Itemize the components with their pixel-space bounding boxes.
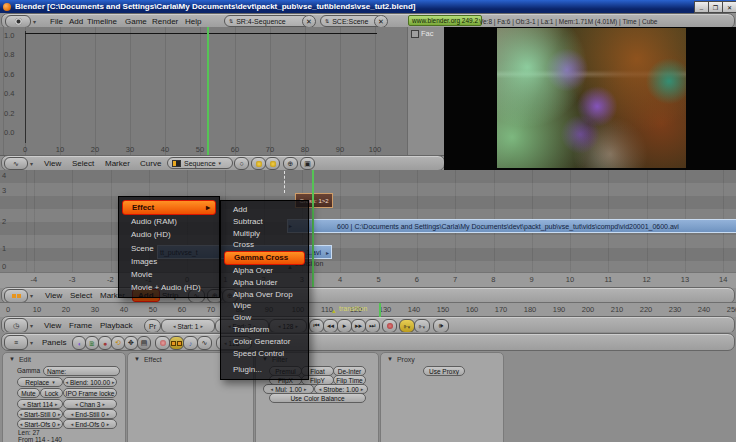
ipo-channel-label[interactable]: Fac xyxy=(421,29,434,38)
menu-item-scene[interactable]: Scene xyxy=(119,242,219,255)
ipo-zoom-icon[interactable]: ⊕ xyxy=(283,157,298,170)
subcontext-sound-icon[interactable]: ∿ xyxy=(197,336,212,350)
title-bar[interactable]: Blender [C:\Documents and Settings\Carla… xyxy=(0,0,736,13)
ipo-menu-marker[interactable]: Marker xyxy=(105,159,130,168)
mute-button[interactable]: Mute xyxy=(17,388,40,398)
sequencer-area[interactable]: 4 3 2 1 0 ▸ 600 | C:\Documents and Setti… xyxy=(0,170,736,272)
ipo-clip-icon[interactable]: ▣ xyxy=(300,157,315,170)
close-button[interactable]: ✕ xyxy=(722,1,736,13)
tl-menu-view[interactable]: View xyxy=(44,321,61,330)
vse-ruler[interactable]: -4-3-2-101234567891011121314 xyxy=(0,272,736,288)
context-object-icon[interactable]: ⟲ xyxy=(111,336,125,350)
prev-key-icon[interactable]: ◂◂ xyxy=(323,319,338,333)
preview-window[interactable] xyxy=(444,27,736,170)
menu-item-transform[interactable]: Transform xyxy=(221,324,308,336)
scene-selector[interactable]: ⇅SCE:Scene xyxy=(320,15,382,27)
context-editing-icon[interactable]: ✥ xyxy=(124,336,138,350)
jump-end-icon[interactable]: ⏭ xyxy=(365,319,380,333)
menu-file[interactable]: File xyxy=(50,17,63,26)
start-field[interactable]: Start 114 xyxy=(17,399,63,409)
menu-item-images[interactable]: Images xyxy=(119,255,219,268)
minimize-button[interactable]: _ xyxy=(694,1,709,13)
menu-item-plugin[interactable]: Plugin... xyxy=(221,364,308,376)
menu-item-cross[interactable]: Cross xyxy=(221,239,308,251)
menu-item-gamma-cross[interactable]: Gamma Cross xyxy=(224,251,305,265)
menu-add[interactable]: Add xyxy=(69,17,83,26)
next-key-icon[interactable]: ▸▸ xyxy=(351,319,366,333)
panel-collapse-icon[interactable]: ▼ xyxy=(387,356,393,362)
ipo-paste-icon[interactable] xyxy=(265,157,280,170)
menu-item-add[interactable]: Add xyxy=(221,204,308,216)
timeline-playhead[interactable] xyxy=(379,303,381,317)
menu-item-movie-audio-hd[interactable]: Movie + Audio (HD) xyxy=(119,281,219,294)
start-ofs-field[interactable]: Start-Ofs 0 xyxy=(17,419,63,429)
end-ofs-field[interactable]: End-Ofs 0 xyxy=(63,419,117,429)
ipo-menu-curve[interactable]: Curve xyxy=(140,159,161,168)
start-still-field[interactable]: Start-Still 0 xyxy=(17,409,63,419)
menu-item-wipe[interactable]: Wipe xyxy=(221,300,308,312)
context-logic-icon[interactable]: ◖ xyxy=(72,336,86,350)
ipo-graph[interactable] xyxy=(0,27,407,156)
ipo-collapse-icon[interactable]: ▾ xyxy=(30,160,33,167)
subcontext-render-icon[interactable] xyxy=(155,336,170,350)
vse-menu-view[interactable]: View xyxy=(45,291,62,300)
context-scene-icon[interactable]: ▤ xyxy=(137,336,151,350)
ipo-window-type-icon[interactable]: ∿ xyxy=(4,157,28,170)
jump-start-icon[interactable]: ⏮ xyxy=(309,319,324,333)
header-collapse-icon[interactable]: ▾ xyxy=(33,18,36,25)
ipo-frame-locked-button[interactable]: IPO Frame locke xyxy=(63,388,117,398)
panel-collapse-icon[interactable]: ▼ xyxy=(134,356,140,362)
menu-timeline[interactable]: Timeline xyxy=(87,17,117,26)
timeline-marker-triangle[interactable]: ▲ xyxy=(331,308,337,314)
strip-right-handle[interactable]: ▸ xyxy=(326,249,329,256)
preview-range-button[interactable]: Pr xyxy=(144,319,161,333)
play-icon[interactable]: ▸ xyxy=(337,319,352,333)
menu-help[interactable]: Help xyxy=(185,17,201,26)
timeline-ruler[interactable]: ▲ transition 010203040506070809010011012… xyxy=(0,302,736,317)
menu-game[interactable]: Game xyxy=(125,17,147,26)
vse-window-type-icon[interactable] xyxy=(4,289,28,303)
lock-button[interactable]: Lock xyxy=(40,388,63,398)
ipo-menu-view[interactable]: View xyxy=(44,159,61,168)
menu-item-subtract[interactable]: Subtract xyxy=(221,216,308,228)
screen-selector[interactable]: ⇅SR:4-Sequence xyxy=(224,15,310,27)
panel-collapse-icon[interactable]: ▼ xyxy=(9,356,15,362)
audio-sync-icon[interactable]: 🕪 xyxy=(433,319,449,333)
tl-menu-playback[interactable]: Playback xyxy=(100,321,132,330)
menu-item-multiply[interactable]: Multiply xyxy=(221,228,308,240)
menu-item-alpha-over-drop[interactable]: Alpha Over Drop xyxy=(221,289,308,301)
record-icon[interactable] xyxy=(382,319,397,333)
buttons-window-type-icon[interactable]: ≡ xyxy=(4,335,28,350)
subcontext-anim-icon[interactable]: ♪ xyxy=(183,336,198,350)
menu-item-audio-ram[interactable]: Audio (RAM) xyxy=(119,215,219,228)
context-shading-icon[interactable]: ● xyxy=(98,336,112,350)
ipo-menu-select[interactable]: Select xyxy=(72,159,94,168)
start-frame-field[interactable]: Start: 1 xyxy=(161,319,215,333)
fac-curve[interactable] xyxy=(25,33,377,34)
ipo-copy-icon[interactable] xyxy=(251,157,266,170)
context-script-icon[interactable]: 🗎 xyxy=(85,336,99,350)
color-balance-button[interactable]: Use Color Balance xyxy=(269,393,366,403)
blend-slider[interactable]: Blend: 100.00 xyxy=(63,377,117,387)
subcontext-sequencer-icon[interactable] xyxy=(169,336,184,350)
movie-strip[interactable]: ▸ 600 | C:\Documents and Settings\Carla\… xyxy=(287,219,736,233)
menu-item-color-generator[interactable]: Color Generator xyxy=(221,336,308,348)
menu-item-speed-control[interactable]: Speed Control xyxy=(221,348,308,360)
vse-collapse-icon[interactable]: ▾ xyxy=(30,292,33,299)
menu-render[interactable]: Render xyxy=(152,17,178,26)
menu-item-glow[interactable]: Glow xyxy=(221,312,308,324)
blend-mode-dropdown[interactable]: Replace xyxy=(17,377,63,387)
channel-visibility-checkbox[interactable] xyxy=(411,30,419,38)
channel-field[interactable]: Chan 3 xyxy=(63,399,117,409)
end-still-field[interactable]: End-Still 0 xyxy=(63,409,117,419)
ipo-type-selector[interactable]: Sequence xyxy=(167,157,233,169)
autokey-icon[interactable]: 🗝 xyxy=(399,319,415,333)
menu-item-effect[interactable]: Effect▸ xyxy=(122,200,216,215)
tl-menu-frame[interactable]: Frame xyxy=(69,321,92,330)
strip-name-field[interactable]: Name: xyxy=(43,366,120,376)
menu-item-audio-hd[interactable]: Audio (HD) xyxy=(119,228,219,241)
menu-item-alpha-over[interactable]: Alpha Over xyxy=(221,265,308,277)
menu-item-movie[interactable]: Movie xyxy=(119,268,219,281)
autokey-sel-icon[interactable]: 🗝 xyxy=(414,319,430,333)
use-proxy-button[interactable]: Use Proxy xyxy=(423,366,465,376)
